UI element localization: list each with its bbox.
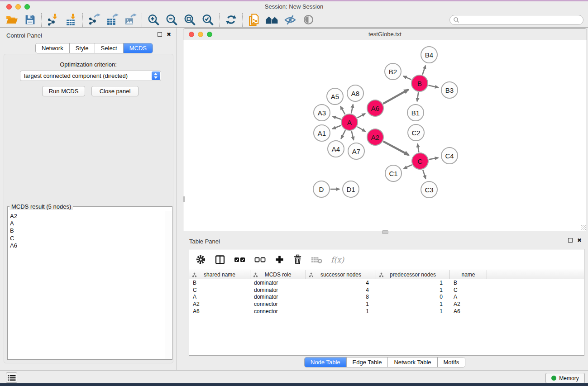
- resize-grip[interactable]: [581, 225, 586, 230]
- column-header-name[interactable]: name: [450, 270, 487, 279]
- unselect-all-button[interactable]: [254, 256, 266, 263]
- column-header-shared-name[interactable]: shared name: [189, 270, 250, 279]
- graph-edge-A-A6[interactable]: [358, 114, 365, 118]
- graph-node-D[interactable]: D: [313, 181, 330, 198]
- memory-button[interactable]: Memory: [545, 373, 585, 383]
- optimization-criterion-select[interactable]: largest connected component (directed): [20, 71, 161, 81]
- tab-select[interactable]: Select: [95, 43, 124, 53]
- network-snapshot-button[interactable]: [245, 13, 263, 27]
- graph-node-C1[interactable]: C1: [385, 165, 402, 182]
- graph-node-C[interactable]: C: [411, 152, 429, 170]
- graph-node-C2[interactable]: C2: [407, 124, 425, 141]
- mcds-result-item[interactable]: A: [10, 220, 166, 227]
- graph-edge-B-B4[interactable]: [422, 66, 425, 75]
- graph-node-B2[interactable]: B2: [384, 63, 402, 80]
- tab-motifs[interactable]: Motifs: [438, 357, 465, 367]
- vertical-scrollbar-thumb[interactable]: [183, 196, 185, 202]
- delete-table-button[interactable]: [311, 256, 322, 264]
- graph-edge-A2-C[interactable]: [383, 141, 409, 155]
- save-session-button[interactable]: [21, 13, 39, 27]
- table-settings-button[interactable]: [196, 254, 206, 265]
- mcds-result-item[interactable]: A6: [10, 242, 166, 249]
- mcds-result-list[interactable]: A2ABCA6: [8, 211, 166, 359]
- hide-details-button[interactable]: [281, 13, 299, 27]
- zoom-selected-button[interactable]: [199, 13, 217, 27]
- graph-edge-A-A3[interactable]: [333, 116, 341, 119]
- table-row[interactable]: A6connector11A6: [189, 308, 584, 315]
- graph-node-A1[interactable]: A1: [313, 124, 330, 142]
- graph-edge-C-C2[interactable]: [418, 144, 419, 152]
- mcds-result-item[interactable]: A2: [10, 213, 166, 220]
- column-header-predecessor-nodes[interactable]: predecessor nodes: [376, 270, 450, 279]
- graph-edge-C-C3[interactable]: [423, 170, 425, 179]
- tab-network[interactable]: Network: [36, 43, 70, 53]
- task-history-button[interactable]: [6, 372, 17, 383]
- zoom-in-button[interactable]: [144, 13, 163, 27]
- zoom-fit-button[interactable]: [181, 13, 199, 27]
- export-table-button[interactable]: [103, 13, 121, 27]
- column-header-mcds-role[interactable]: MCDS role: [250, 270, 306, 279]
- tab-mcds[interactable]: MCDS: [124, 43, 153, 53]
- function-builder-button[interactable]: f(x): [331, 255, 344, 264]
- graph-edge-A-A2[interactable]: [357, 127, 365, 132]
- graph-node-D1[interactable]: D1: [342, 181, 359, 198]
- export-image-button[interactable]: [121, 13, 139, 27]
- graph-node-A4[interactable]: A4: [327, 140, 344, 157]
- graph-node-A5[interactable]: A5: [326, 88, 344, 105]
- table-row[interactable]: Cdominator41C: [189, 286, 584, 294]
- select-stepper-icon[interactable]: [152, 71, 160, 80]
- graph-node-B3[interactable]: B3: [441, 81, 458, 99]
- close-panel-icon[interactable]: ✖: [167, 32, 171, 37]
- graph-node-A[interactable]: A: [341, 114, 358, 131]
- import-network-button[interactable]: [44, 13, 62, 27]
- graph-node-A6[interactable]: A6: [367, 100, 384, 117]
- graph-node-C4[interactable]: C4: [441, 147, 458, 164]
- graph-edge-A-A4[interactable]: [341, 130, 345, 139]
- close-table-panel-icon[interactable]: ✖: [577, 238, 582, 243]
- graph-edge-A-A1[interactable]: [332, 125, 341, 129]
- select-all-button[interactable]: [234, 256, 246, 263]
- graph-edge-B-B3[interactable]: [429, 85, 439, 87]
- float-panel-icon[interactable]: [158, 32, 162, 37]
- table-row[interactable]: Bdominator41B: [189, 279, 584, 286]
- export-network-button[interactable]: [85, 13, 103, 27]
- graph-node-B[interactable]: B: [411, 75, 428, 92]
- open-session-button[interactable]: [3, 13, 21, 27]
- graph-node-B4[interactable]: B4: [421, 46, 438, 63]
- graph-node-A2[interactable]: A2: [367, 129, 384, 146]
- import-table-button[interactable]: [62, 13, 80, 27]
- tab-style[interactable]: Style: [70, 43, 95, 53]
- graph-node-C3[interactable]: C3: [421, 181, 438, 198]
- graph-edge-B-B2[interactable]: [403, 76, 411, 80]
- show-columns-button[interactable]: [215, 254, 225, 265]
- graph-edge-A-A5[interactable]: [340, 106, 345, 114]
- delete-column-button[interactable]: [293, 254, 302, 265]
- graph-edge-A-A7[interactable]: [352, 131, 354, 140]
- run-mcds-button[interactable]: Run MCDS: [42, 86, 85, 96]
- graph-node-A3[interactable]: A3: [313, 104, 330, 121]
- graph-edge-A6-B[interactable]: [383, 90, 408, 104]
- tab-node-table[interactable]: Node Table: [305, 357, 347, 367]
- column-header-successor-nodes[interactable]: successor nodes: [306, 270, 376, 279]
- graph-edge-B-B1[interactable]: [417, 92, 418, 101]
- graph-edge-C-C1[interactable]: [404, 165, 412, 168]
- network-canvas[interactable]: AA1A2A3A4A5A6A7A8BB1B2B3B4CC1C2C3C4DD1: [183, 41, 587, 231]
- close-panel-button[interactable]: Close panel: [91, 86, 139, 96]
- horizontal-scrollbar-thumb[interactable]: [382, 230, 388, 234]
- search-field[interactable]: [449, 15, 583, 25]
- zoom-out-button[interactable]: [163, 13, 181, 27]
- tab-network-table[interactable]: Network Table: [388, 357, 437, 367]
- table-row[interactable]: Adominator80A: [189, 294, 584, 301]
- mcds-result-item[interactable]: B: [10, 227, 166, 234]
- mcds-result-item[interactable]: C: [10, 235, 166, 242]
- graph-edge-A-A8[interactable]: [351, 105, 353, 114]
- table-row[interactable]: A2connector11A2: [189, 300, 584, 308]
- graph-node-B1[interactable]: B1: [407, 104, 424, 121]
- result-list-scrollbar[interactable]: [166, 211, 172, 359]
- show-eye-button[interactable]: [299, 13, 317, 27]
- graph-node-A8[interactable]: A8: [347, 85, 364, 102]
- home-view-button[interactable]: [263, 13, 281, 27]
- float-table-panel-icon[interactable]: [568, 238, 573, 243]
- tab-edge-table[interactable]: Edge Table: [347, 357, 388, 367]
- refresh-view-button[interactable]: [222, 13, 240, 27]
